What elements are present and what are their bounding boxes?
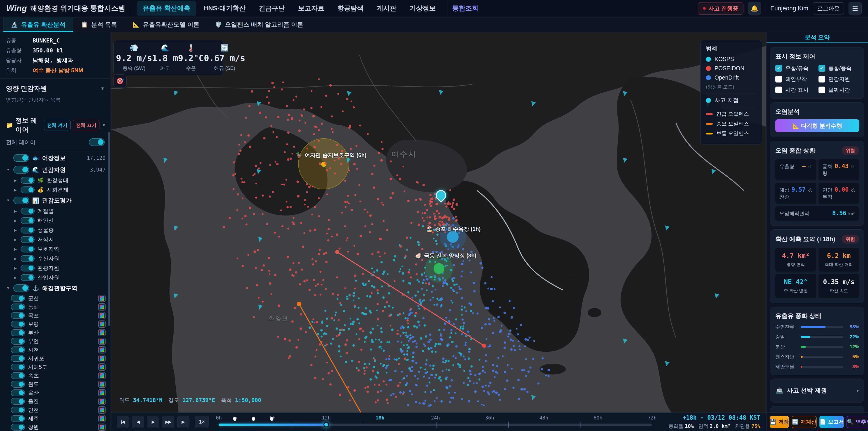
layer-child-2-7[interactable]: ▶산업자원 <box>3 273 105 282</box>
station-style-button[interactable] <box>98 338 105 345</box>
layer-toggle[interactable] <box>21 208 35 214</box>
nav-tab-0[interactable]: 유출유 확산예측 <box>137 1 196 16</box>
station-style-button[interactable] <box>98 355 105 362</box>
station-toggle[interactable] <box>11 381 25 388</box>
polygon-analysis-button[interactable]: 📐 다각형 분석수행 <box>775 119 859 132</box>
playback-button-0[interactable]: |◀ <box>117 416 129 428</box>
station-toggle[interactable] <box>11 338 25 345</box>
layer-group-1[interactable]: ▼🌊민감자원3,947 <box>3 164 105 176</box>
nav-tab-2[interactable]: 긴급구난 <box>253 1 290 16</box>
station-toggle[interactable] <box>11 312 25 319</box>
checkbox[interactable]: ✓ <box>818 65 825 72</box>
nav-tab-7[interactable]: 통합조회 <box>447 1 484 16</box>
station-style-button[interactable] <box>98 363 105 371</box>
layer-child-2-2[interactable]: ▶생물종 <box>3 225 105 235</box>
playback-button-2[interactable]: ▶ <box>147 416 159 428</box>
station-style-button[interactable] <box>98 406 105 413</box>
station-toggle[interactable] <box>11 407 25 413</box>
subtab-0[interactable]: 🔬유출유 확산분석 <box>3 17 73 32</box>
notifications-button[interactable]: 🔔 <box>748 2 761 15</box>
all-layers-on-button[interactable]: 전체 켜기 <box>44 120 71 130</box>
map-area[interactable]: 💨9.2 m/s풍속 (SW)🌊1.8 m파고🌡️9.2°C수온🔄0.67 m/… <box>111 32 766 412</box>
layer-toggle[interactable] <box>21 265 35 271</box>
layer-toggle[interactable] <box>13 284 29 292</box>
layer-toggle[interactable] <box>21 255 35 262</box>
subtab-2[interactable]: 📐유출유확산모델 이론 <box>125 17 207 32</box>
station-style-button[interactable] <box>98 389 105 396</box>
station-toggle[interactable] <box>11 346 25 353</box>
display-check-3[interactable]: 민감자원 <box>818 75 860 83</box>
layer-child-2-1[interactable]: ▶해안선 <box>3 216 105 225</box>
checkbox[interactable] <box>818 87 825 93</box>
layer-toggle[interactable] <box>13 154 29 162</box>
sensitive-resources-section[interactable]: 영향 민감자원 ▼ <box>0 82 111 95</box>
station-style-button[interactable] <box>98 398 105 405</box>
locate-incident-button[interactable]: 🎯 <box>114 74 127 88</box>
layer-toggle[interactable] <box>21 177 35 184</box>
layer-toggle[interactable] <box>21 186 35 193</box>
layer-toggle[interactable] <box>21 236 35 243</box>
nav-tab-3[interactable]: 보고자료 <box>293 1 330 16</box>
sidebar-scrollbar[interactable] <box>108 132 110 326</box>
station-style-button[interactable] <box>98 346 105 353</box>
station-style-button[interactable] <box>98 415 105 422</box>
display-check-4[interactable]: 시간 표시 <box>775 86 816 94</box>
layer-toggle[interactable] <box>21 246 35 252</box>
layer-toggle[interactable] <box>21 217 35 224</box>
checkbox[interactable] <box>818 76 825 83</box>
station-toggle[interactable] <box>11 415 25 422</box>
menu-button[interactable]: ☰ <box>848 2 862 15</box>
nav-tab-6[interactable]: 기상정보 <box>404 1 441 16</box>
display-check-5[interactable]: 날짜시간 <box>818 86 860 94</box>
station-style-button[interactable] <box>98 424 105 431</box>
layer-group-0[interactable]: 🐟어장정보17,129 <box>3 152 105 164</box>
layer-toggle[interactable] <box>13 166 29 174</box>
timeline-slider[interactable]: 0h6h12h18h24h36h48h60h72h🛡️🛡️🛡️ <box>219 413 652 431</box>
layer-child-1-0[interactable]: ▶🌿환경생태 <box>3 176 105 185</box>
layer-child-1-1[interactable]: ▶💰사회경제 <box>3 185 105 194</box>
station-toggle[interactable] <box>11 321 25 328</box>
layer-child-2-6[interactable]: ▶관광자원 <box>3 263 105 273</box>
layer-group-3[interactable]: ▼⚓해경관할구역 <box>3 282 105 294</box>
nav-tab-5[interactable]: 게시판 <box>371 1 402 16</box>
display-check-1[interactable]: ✓풍향/풍속 <box>818 65 860 72</box>
layer-child-2-4[interactable]: ▶보호지역 <box>3 244 105 254</box>
station-style-button[interactable] <box>98 320 105 328</box>
action-report-button[interactable]: 📄보고서 <box>819 416 844 428</box>
station-toggle[interactable] <box>11 304 25 310</box>
station-style-button[interactable] <box>98 329 105 336</box>
station-toggle[interactable] <box>11 355 25 362</box>
station-toggle[interactable] <box>11 372 25 379</box>
action-save-button[interactable]: 💾저장 <box>770 416 789 428</box>
action-backtrack-button[interactable]: 🔍역추적 <box>846 416 868 428</box>
layer-child-2-0[interactable]: ▶계절별 <box>3 206 105 216</box>
logout-button[interactable]: 로그아웃 <box>813 2 844 14</box>
action-recalc-button[interactable]: 🔄재계산 <box>792 416 817 428</box>
layer-toggle[interactable] <box>13 196 29 204</box>
playback-button-3[interactable]: ▶▶ <box>162 416 174 428</box>
layer-toggle[interactable] <box>21 227 35 234</box>
station-toggle[interactable] <box>11 398 25 405</box>
master-layer-toggle[interactable] <box>89 138 105 146</box>
station-toggle[interactable] <box>11 329 25 336</box>
nav-tab-1[interactable]: HNS·대기확산 <box>198 1 251 16</box>
checkbox[interactable]: ✓ <box>775 65 782 72</box>
subtab-1[interactable]: 📋분석 목록 <box>73 17 125 32</box>
all-layers-off-button[interactable]: 전체 끄기 <box>73 120 99 130</box>
display-check-0[interactable]: ✓유향/유속 <box>775 65 816 72</box>
station-style-button[interactable] <box>98 303 105 311</box>
station-toggle[interactable] <box>11 424 25 431</box>
station-style-button[interactable] <box>98 312 105 319</box>
station-style-button[interactable] <box>98 380 105 388</box>
station-toggle[interactable] <box>11 364 25 370</box>
vessel-spec-card[interactable]: 🚢 사고 선박 제원 ▸ <box>770 378 864 402</box>
checkbox[interactable] <box>775 76 782 83</box>
layer-toggle[interactable] <box>21 274 35 281</box>
layer-group-2[interactable]: ▼📊민감도평가 <box>3 194 105 206</box>
timeline-thumb[interactable] <box>323 422 329 427</box>
station-toggle[interactable] <box>11 295 25 302</box>
station-toggle[interactable] <box>11 390 25 396</box>
owner-insurance-card[interactable]: 🏢 선주 / 보험 ▸ <box>770 406 864 412</box>
station-style-button[interactable] <box>98 295 105 302</box>
nav-tab-4[interactable]: 항공탐색 <box>332 1 369 16</box>
